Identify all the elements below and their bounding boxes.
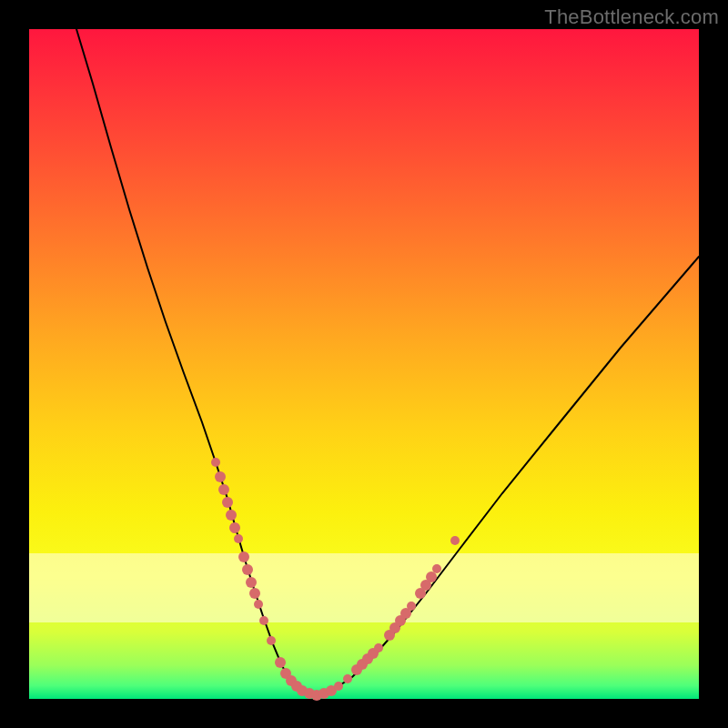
curve-marker <box>249 588 260 599</box>
curve-marker <box>215 471 226 482</box>
curve-marker <box>259 616 268 625</box>
curve-markers <box>211 458 460 701</box>
curve-marker <box>234 534 243 543</box>
curve-marker <box>374 643 383 652</box>
watermark-text: TheBottleneck.com <box>544 5 719 29</box>
curve-marker <box>218 484 229 495</box>
curve-marker <box>334 682 343 691</box>
curve-marker <box>267 636 276 645</box>
curve-marker <box>242 564 253 575</box>
curve-marker <box>426 571 437 582</box>
curve-marker <box>211 458 220 467</box>
curve-marker <box>222 497 233 508</box>
chart-frame: TheBottleneck.com <box>0 0 728 728</box>
bottleneck-curve <box>76 29 699 695</box>
curve-marker <box>432 564 441 573</box>
curve-marker <box>343 674 352 683</box>
curve-marker <box>229 522 240 533</box>
curve-marker <box>407 602 416 611</box>
curve-marker <box>275 657 286 668</box>
curve-marker <box>254 600 263 609</box>
curve-marker <box>226 510 237 521</box>
curve-marker <box>450 536 460 545</box>
curve-marker <box>246 577 257 588</box>
chart-plot-area <box>29 29 699 699</box>
curve-marker <box>238 551 249 562</box>
chart-svg <box>29 29 699 699</box>
